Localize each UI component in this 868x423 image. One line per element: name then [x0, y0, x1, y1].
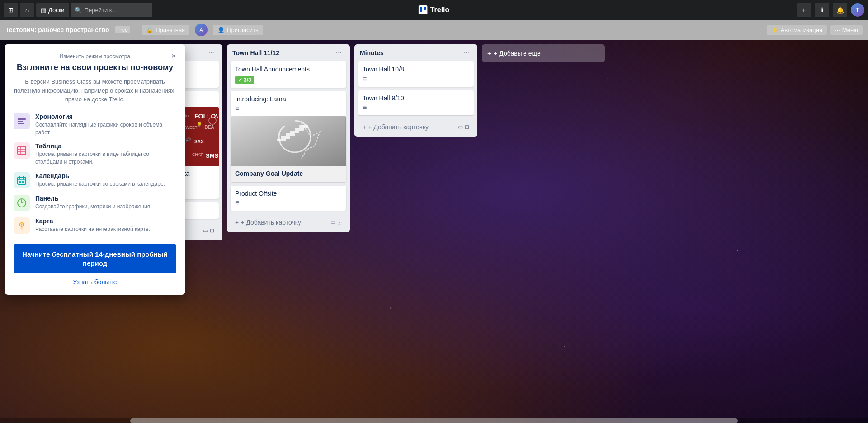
free-badge: Free	[115, 26, 131, 33]
copy-icon-minutes: ⊡	[465, 124, 469, 130]
add-card-1112[interactable]: + + Добавить карточку ▭ ⊡	[231, 216, 346, 229]
card-company-goal[interactable]: Company Goal Update	[231, 116, 346, 182]
board-header: Тестович: рабочее пространство Free 🔒 Пр…	[0, 20, 868, 40]
board-title: Тестович: рабочее пространство	[5, 26, 109, 33]
card-intro-laura[interactable]: Introducing: Laura ≡	[231, 91, 346, 117]
svg-rect-39	[18, 146, 26, 155]
checklist-count-1112: 3/3	[244, 77, 251, 83]
boards-label: Доски	[48, 7, 65, 14]
add-list-button[interactable]: + + Добавьте еще	[482, 44, 605, 62]
add-card-label-minutes: + Добавить карточку	[368, 123, 429, 131]
timeline-desc: Составляйте наглядные графики сроков и о…	[35, 121, 176, 136]
feature-dashboard: Панель Создавайте графики, метрики и изо…	[14, 195, 176, 211]
svg-text:SAS: SAS	[194, 139, 204, 144]
svg-rect-37	[18, 121, 23, 122]
svg-text:SMS: SMS	[206, 152, 218, 159]
list-menu-1210[interactable]: ···	[206, 48, 217, 58]
list-menu-minutes[interactable]: ···	[461, 48, 472, 58]
modal-close-button[interactable]: ×	[167, 50, 180, 62]
calendar-name: Календарь	[35, 172, 165, 179]
desc-badge-laura: ≡	[235, 104, 342, 113]
card-title-th-announce-1112: Town Hall Announcements	[235, 66, 310, 73]
search-bar[interactable]: 🔍 Перейти к...	[71, 3, 152, 17]
svg-rect-29	[231, 116, 345, 166]
info-button[interactable]: ℹ	[815, 3, 829, 17]
boards-tab-icon: ▦	[41, 7, 46, 14]
calendar-desc: Просматривайте карточки со сроками в кал…	[35, 180, 165, 188]
add-card-minutes[interactable]: + + Добавить карточку ▭ ⊡	[358, 121, 474, 133]
list-menu-1112[interactable]: ···	[333, 48, 344, 58]
dashboard-icon-svg	[17, 198, 27, 208]
grid-icon-button[interactable]: ⊞	[4, 3, 18, 17]
feature-calendar: Календарь Просматривайте карточки со сро…	[14, 172, 176, 188]
card-icons-minutes: ▭ ⊡	[458, 124, 469, 130]
modal-subtitle: В версии Business Class вы можете просма…	[14, 77, 176, 104]
add-list-label: + Добавьте еще	[494, 50, 540, 57]
table-icon-svg	[17, 146, 27, 155]
list-minutes: Minutes ··· Town Hall 10/8 ≡ Town Hall 9…	[354, 44, 477, 137]
card-icons-1210: ▭ ⊡	[203, 227, 214, 234]
svg-rect-48	[22, 181, 24, 183]
card-title-company-goal: Company Goal Update	[235, 169, 342, 179]
list-cards-minutes: Town Hall 10/8 ≡ Town Hall 9/10 ≡	[354, 61, 477, 119]
feature-map: Карта Расставьте карточки на интерактивн…	[14, 217, 176, 234]
card-th-108[interactable]: Town Hall 10/8 ≡	[358, 61, 474, 87]
svg-rect-34	[295, 128, 304, 131]
card-th-announce-1112[interactable]: Town Hall Announcements ✓ 3/3	[231, 61, 346, 88]
list-title-minutes: Minutes	[360, 49, 384, 56]
dashboard-feature-text: Панель Создавайте графики, метрики и изо…	[35, 195, 152, 211]
notifications-button[interactable]: 🔔	[833, 3, 847, 17]
table-feature-icon	[14, 142, 30, 159]
calendar-icon-svg	[17, 175, 27, 185]
card-title-product-offsite: Product Offsite	[235, 190, 277, 197]
list-title-1112: Town Hall 11/12	[232, 49, 279, 56]
trello-logo-icon	[419, 5, 428, 14]
table-feature-text: Таблица Просматривайте карточки в виде т…	[35, 142, 176, 166]
header-separator	[136, 25, 136, 34]
card-product-offsite[interactable]: Product Offsite ≡	[231, 186, 346, 211]
card-th-910[interactable]: Town Hall 9/10 ≡	[358, 90, 474, 116]
svg-text:🔊: 🔊	[185, 136, 191, 142]
template-icon-minutes: ▭	[458, 124, 463, 130]
plus-icon-minutes: +	[363, 123, 366, 131]
add-card-label-1112: + Добавить карточку	[241, 219, 301, 226]
spiral-svg	[231, 116, 345, 166]
add-button[interactable]: +	[797, 3, 811, 17]
home-icon-button[interactable]: ⌂	[20, 3, 34, 17]
svg-rect-47	[19, 181, 21, 183]
invite-button[interactable]: 👤 Пригласить	[213, 25, 263, 35]
menu-button[interactable]: ··· Меню	[830, 25, 863, 35]
user-avatar[interactable]: Т	[851, 3, 864, 17]
automate-button[interactable]: ⚡ Автоматизация	[767, 25, 827, 35]
private-button[interactable]: 🔒 Приватная	[142, 25, 189, 35]
search-placeholder: Перейти к...	[85, 7, 117, 14]
check-icon-1112: ✓	[238, 77, 242, 83]
feature-table: Таблица Просматривайте карточки в виде т…	[14, 142, 176, 166]
board-header-actions: ⚡ Автоматизация ··· Меню	[767, 25, 863, 35]
view-modes-modal: × Изменить режим просмотра Взгляните на …	[5, 44, 185, 295]
modal-features-list: Хронология Составляйте наглядные графики…	[14, 113, 176, 234]
card-title-th-108: Town Hall 10/8	[363, 66, 404, 73]
feature-timeline: Хронология Составляйте наглядные графики…	[14, 113, 176, 136]
table-name: Таблица	[35, 142, 176, 150]
template-icon-1112: ▭	[330, 219, 335, 226]
svg-rect-36	[18, 118, 26, 120]
dashboard-name: Панель	[35, 195, 152, 202]
trial-button[interactable]: Начните бесплатный 14-дневный пробный пе…	[14, 244, 176, 273]
svg-text:💡: 💡	[197, 122, 203, 127]
nav-right-section: + ℹ 🔔 Т	[797, 3, 864, 17]
search-icon: 🔍	[75, 7, 82, 14]
card-badges-1112: ✓ 3/3	[235, 76, 342, 84]
learn-more-link[interactable]: Узнать больше	[14, 278, 176, 286]
card-title-intro-laura: Introducing: Laura	[235, 95, 286, 103]
board-area: Comments / Questions ··· Andre Announcem…	[0, 40, 868, 423]
member-avatar: А	[195, 24, 208, 36]
checklist-badge-1112: ✓ 3/3	[235, 76, 254, 84]
dots-icon: ···	[835, 27, 840, 33]
top-navigation: ⊞ ⌂ ▦ Доски 🔍 Перейти к... Trello + ℹ 🔔 …	[0, 0, 868, 20]
boards-icon-button[interactable]: ▦ Доски	[36, 3, 69, 17]
list-header-1112: Town Hall 11/12 ···	[227, 44, 350, 61]
copy-icon-1112: ⊡	[337, 219, 342, 226]
plus-icon-1112: +	[235, 219, 239, 226]
timeline-name: Хронология	[35, 113, 176, 120]
